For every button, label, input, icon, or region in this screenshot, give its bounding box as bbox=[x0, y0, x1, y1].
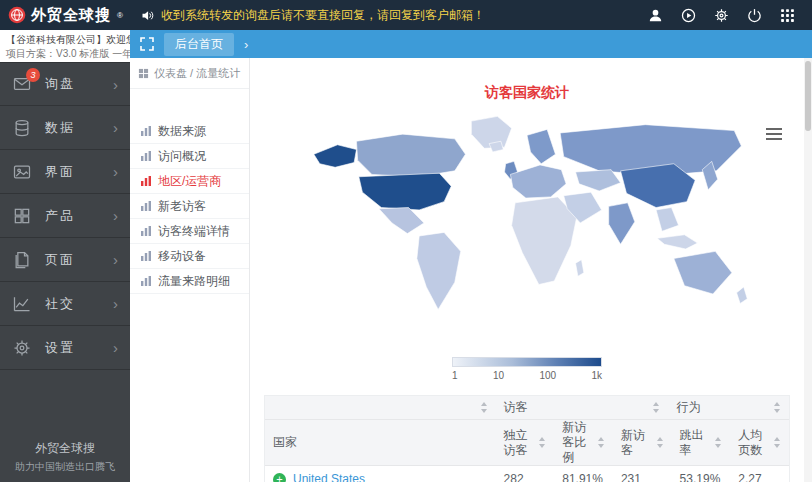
cell-pages-per-visit: 2.27 bbox=[730, 466, 789, 482]
sidebar-item-social[interactable]: 社交 › bbox=[0, 282, 130, 326]
chevron-right-icon: › bbox=[113, 164, 118, 179]
sort-icon[interactable] bbox=[597, 437, 605, 448]
left-column: 【谷道科技有限公司】欢迎您! 项目方案：V3.0 标准版 一年 3 询盘 › bbox=[0, 30, 130, 482]
submenu-item-new-old-visitors[interactable]: 新老访客 bbox=[130, 194, 249, 219]
table-row: United States 282 81.91% 231 53.19% 2.27 bbox=[265, 466, 789, 482]
main-panel: 访客国家统计 bbox=[250, 58, 804, 482]
tab-backend-home[interactable]: 后台首页 bbox=[164, 33, 234, 56]
country-indonesia bbox=[657, 235, 697, 249]
sort-icon[interactable] bbox=[652, 402, 660, 413]
country-canada bbox=[356, 134, 465, 177]
inquiry-count-badge: 3 bbox=[26, 68, 40, 82]
legend-gradient-bar bbox=[452, 357, 602, 367]
pages-icon bbox=[12, 250, 32, 270]
world-map[interactable] bbox=[264, 108, 790, 349]
image-icon bbox=[12, 162, 32, 182]
submenu-item-visitor-terminal[interactable]: 访客终端详情 bbox=[130, 219, 249, 244]
sort-icon[interactable] bbox=[480, 402, 488, 413]
chevron-right-icon: › bbox=[113, 77, 118, 92]
submenu-item-visit-overview[interactable]: 访问概况 bbox=[130, 144, 249, 169]
column-header-new-visitor-ratio: 新访客比例 bbox=[562, 420, 593, 465]
scrollbar-thumb[interactable] bbox=[805, 61, 811, 131]
chevron-right-icon: › bbox=[113, 208, 118, 223]
legend-tick: 1k bbox=[591, 370, 602, 381]
power-icon[interactable] bbox=[746, 7, 763, 24]
breadcrumb: 仪表盘 / 流量统计 bbox=[130, 58, 249, 89]
group-header-behavior: 行为 bbox=[676, 400, 769, 415]
sort-icon[interactable] bbox=[538, 437, 546, 448]
region-europe bbox=[510, 165, 566, 198]
expand-icon[interactable] bbox=[140, 37, 154, 51]
envelope-icon: 3 bbox=[12, 74, 32, 94]
sort-icon[interactable] bbox=[714, 437, 722, 448]
grid-icon[interactable] bbox=[779, 7, 796, 24]
cell-unique-visitors: 282 bbox=[496, 466, 555, 482]
submenu-item-region-carrier[interactable]: 地区/运营商 bbox=[130, 169, 249, 194]
sidebar-item-pages[interactable]: 页面 › bbox=[0, 238, 130, 282]
chevron-right-icon: › bbox=[113, 296, 118, 311]
country-united-states bbox=[359, 173, 451, 210]
cell-new-visitor-ratio: 81.91% bbox=[554, 466, 613, 482]
choropleth-map-svg bbox=[302, 108, 752, 345]
app-window: 外贸全球搜 ® 收到系统转发的询盘后请不要直接回复，请回复到客户邮箱！ bbox=[0, 0, 812, 482]
welcome-line1: 【谷道科技有限公司】欢迎您! bbox=[6, 33, 124, 47]
database-icon bbox=[12, 118, 32, 138]
submenu-item-traffic-source[interactable]: 流量来路明细 bbox=[130, 269, 249, 294]
country-alaska-us bbox=[314, 145, 357, 168]
sort-icon[interactable] bbox=[656, 437, 664, 448]
gear-icon[interactable] bbox=[713, 7, 730, 24]
sidebar-item-interface[interactable]: 界面 › bbox=[0, 150, 130, 194]
main-sidebar: 3 询盘 › 数据 › 界面 › bbox=[0, 62, 130, 482]
system-notice-text: 收到系统转发的询盘后请不要直接回复，请回复到客户邮箱！ bbox=[161, 7, 485, 24]
sort-icon[interactable] bbox=[773, 402, 781, 413]
sort-icon[interactable] bbox=[773, 437, 781, 448]
group-header-visitors: 访客 bbox=[504, 400, 649, 415]
visitors-table: 访客 行为 国家 独立访客 新访客比例 新访客 跳出率 人均页数 bbox=[264, 395, 790, 482]
gear-icon bbox=[12, 338, 32, 358]
chart-menu-button[interactable] bbox=[766, 128, 782, 143]
legend-tick: 1 bbox=[452, 370, 458, 381]
country-mexico bbox=[379, 208, 424, 234]
column-header-unique-visitors: 独立访客 bbox=[504, 428, 535, 458]
app-logo: 外贸全球搜 ® bbox=[0, 6, 130, 25]
sidebar-item-inquiry[interactable]: 3 询盘 › bbox=[0, 62, 130, 106]
sidebar-footer: 外贸全球搜 助力中国制造出口腾飞 bbox=[0, 440, 130, 474]
country-link[interactable]: United States bbox=[293, 472, 365, 482]
avatar-icon[interactable] bbox=[647, 7, 664, 24]
breadcrumb-bar: 后台首页 › bbox=[130, 30, 812, 58]
bar-chart-icon bbox=[140, 200, 152, 212]
social-chart-icon bbox=[12, 294, 32, 314]
bar-chart-icon bbox=[140, 225, 152, 237]
cell-new-visitors: 231 bbox=[613, 466, 672, 482]
sidebar-item-data[interactable]: 数据 › bbox=[0, 106, 130, 150]
column-header-pages-per-visit: 人均页数 bbox=[738, 428, 769, 458]
submenu-item-mobile-devices[interactable]: 移动设备 bbox=[130, 244, 249, 269]
column-header-new-visitors: 新访客 bbox=[621, 428, 652, 458]
country-india bbox=[609, 203, 635, 244]
logo-registered-mark: ® bbox=[117, 11, 123, 20]
topbar-actions bbox=[647, 7, 812, 24]
bar-chart-icon bbox=[140, 150, 152, 162]
sidebar-item-products[interactable]: 产品 › bbox=[0, 194, 130, 238]
expand-row-icon[interactable] bbox=[273, 473, 286, 482]
country-new-zealand bbox=[737, 287, 748, 304]
globe-logo-icon bbox=[8, 6, 26, 24]
bar-chart-icon bbox=[140, 250, 152, 262]
bar-chart-icon bbox=[140, 125, 152, 137]
vertical-scrollbar[interactable] bbox=[804, 58, 812, 482]
cell-bounce-rate: 53.19% bbox=[672, 466, 731, 482]
region-africa bbox=[512, 197, 577, 285]
speaker-icon bbox=[140, 8, 155, 23]
column-header-country: 国家 bbox=[273, 435, 488, 450]
chevron-right-icon: › bbox=[113, 340, 118, 355]
chevron-right-icon: › bbox=[113, 120, 118, 135]
secondary-menu: 仪表盘 / 流量统计 数据来源 访问概况 地区/运营 bbox=[130, 58, 250, 482]
play-circle-icon[interactable] bbox=[680, 7, 697, 24]
region-central-asia bbox=[576, 170, 621, 191]
submenu-item-data-source[interactable]: 数据来源 bbox=[130, 119, 249, 144]
legend-tick: 10 bbox=[493, 370, 504, 381]
map-legend: 1 10 100 1k bbox=[452, 357, 602, 381]
sidebar-item-settings[interactable]: 设置 › bbox=[0, 326, 130, 370]
project-plan-line: 项目方案：V3.0 标准版 一年 bbox=[6, 47, 124, 61]
logo-text: 外贸全球搜 bbox=[31, 6, 111, 25]
